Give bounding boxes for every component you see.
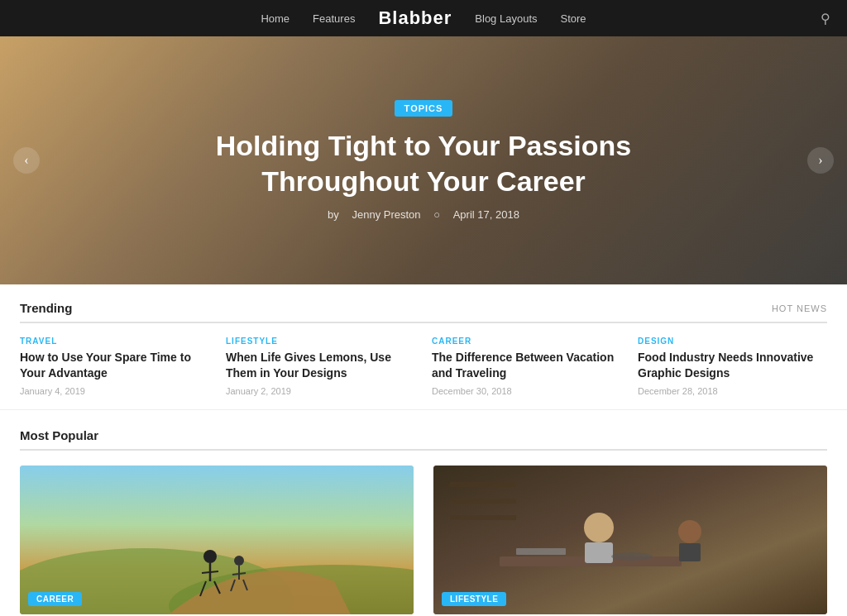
nav-home[interactable]: Home — [261, 12, 290, 25]
trending-item-3: CAREER The Difference Between Vacation a… — [432, 337, 621, 396]
trending-title-2[interactable]: When Life Gives Lemons, Use Them in Your… — [226, 350, 415, 381]
popular-header: Most Popular — [20, 428, 827, 451]
card-1-image-wrapper: CAREER — [20, 466, 414, 614]
hero-title: Holding Tight to Your Passions Throughou… — [155, 128, 692, 198]
trending-item-4: DESIGN Food Industry Needs Innovative Gr… — [638, 337, 827, 396]
trending-item-2: LIFESTYLE When Life Gives Lemons, Use Th… — [226, 337, 415, 396]
trending-date-3: December 30, 2018 — [432, 386, 621, 396]
hero-next-button[interactable]: › — [807, 147, 834, 174]
popular-title: Most Popular — [20, 428, 98, 442]
trending-title-4[interactable]: Food Industry Needs Innovative Graphic D… — [638, 350, 827, 381]
hero-banner: ‹ TOPICS Holding Tight to Your Passions … — [0, 36, 847, 284]
hot-news-badge: HOT NEWS — [772, 303, 827, 313]
card-1-category-badge: CAREER — [28, 592, 82, 606]
popular-grid: CAREER What Keeps Us Going: Find Your Wa… — [20, 466, 827, 616]
trending-grid: TRAVEL How to Use Your Spare Time to You… — [20, 337, 827, 396]
hero-topic-badge: TOPICS — [395, 100, 453, 117]
popular-card-2: LIFESTYLE There Is No Way People Can Tak… — [433, 466, 827, 616]
card-2-image-wrapper: LIFESTYLE — [433, 466, 827, 614]
trending-title-1[interactable]: How to Use Your Spare Time to Your Advan… — [20, 350, 209, 381]
card-2-category-badge: LIFESTYLE — [442, 592, 506, 606]
svg-rect-21 — [450, 482, 516, 487]
svg-rect-22 — [450, 499, 516, 504]
trending-category-1: TRAVEL — [20, 337, 209, 346]
search-icon[interactable]: ⚲ — [821, 11, 830, 26]
nav-links: Home Features Blabber Blog Layouts Store — [261, 7, 586, 29]
nav-features[interactable]: Features — [313, 12, 355, 25]
svg-point-20 — [611, 552, 653, 561]
trending-date-1: January 4, 2019 — [20, 386, 209, 396]
svg-point-8 — [234, 556, 244, 566]
trending-date-2: January 2, 2019 — [226, 386, 415, 396]
hero-meta-separator: ○ — [433, 208, 443, 221]
popular-section: Most Popular — [0, 410, 847, 616]
hero-date: April 17, 2018 — [453, 208, 519, 221]
trending-category-4: DESIGN — [638, 337, 827, 346]
svg-rect-16 — [585, 542, 613, 563]
nav-blog-layouts[interactable]: Blog Layouts — [475, 12, 537, 25]
hero-content: TOPICS Holding Tight to Your Passions Th… — [155, 100, 692, 221]
svg-point-17 — [678, 520, 701, 543]
popular-card-1: CAREER What Keeps Us Going: Find Your Wa… — [20, 466, 414, 616]
svg-point-3 — [203, 550, 217, 563]
trending-item-1: TRAVEL How to Use Your Spare Time to You… — [20, 337, 209, 396]
hero-author: Jenny Preston — [352, 208, 420, 221]
trending-title-3[interactable]: The Difference Between Vacation and Trav… — [432, 350, 621, 381]
navbar: Home Features Blabber Blog Layouts Store… — [0, 0, 847, 36]
trending-section: Trending HOT NEWS TRAVEL How to Use Your… — [0, 284, 847, 410]
svg-point-15 — [584, 513, 614, 542]
trending-category-3: CAREER — [432, 337, 621, 346]
svg-rect-19 — [516, 548, 566, 555]
svg-rect-18 — [679, 543, 701, 561]
nav-logo[interactable]: Blabber — [378, 7, 452, 29]
trending-category-2: LIFESTYLE — [226, 337, 415, 346]
trending-date-4: December 28, 2018 — [638, 386, 827, 396]
hero-prev-button[interactable]: ‹ — [13, 147, 40, 174]
nav-store[interactable]: Store — [561, 12, 586, 25]
hero-meta: by Jenny Preston ○ April 17, 2018 — [155, 208, 692, 221]
svg-rect-23 — [450, 515, 516, 520]
trending-title: Trending — [20, 301, 72, 315]
trending-header: Trending HOT NEWS — [20, 301, 827, 323]
main-content: Trending HOT NEWS TRAVEL How to Use Your… — [0, 284, 847, 616]
hero-author-prefix: by — [328, 208, 339, 221]
